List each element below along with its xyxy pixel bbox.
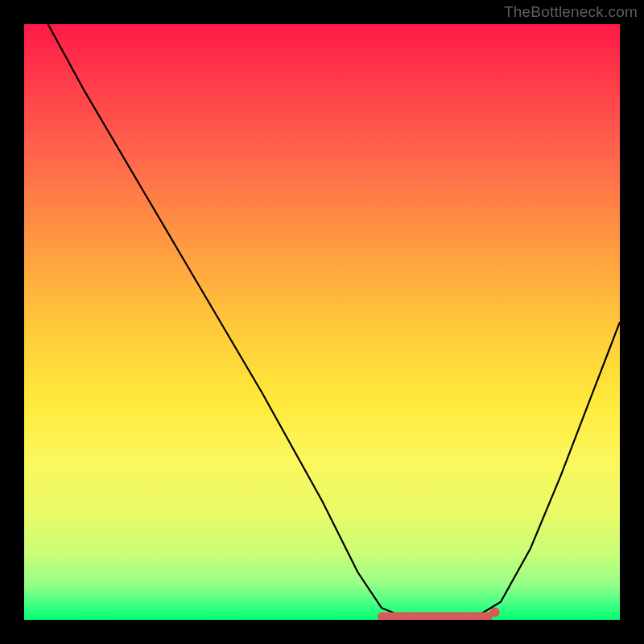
bottleneck-curve — [48, 24, 620, 620]
plot-area — [24, 24, 620, 620]
marker-dot — [490, 607, 500, 617]
curve-svg — [24, 24, 620, 620]
chart-container: TheBottleneck.com — [0, 0, 644, 644]
watermark-text: TheBottleneck.com — [504, 3, 638, 21]
